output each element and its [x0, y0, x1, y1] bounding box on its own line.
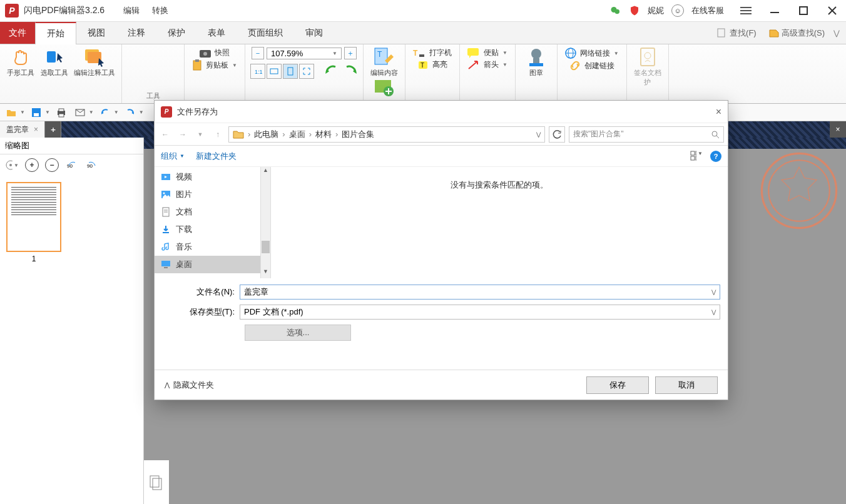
crumb[interactable]: 桌面: [289, 129, 305, 140]
crumb[interactable]: 材料: [315, 129, 332, 140]
tab-close-all-icon[interactable]: ×: [830, 121, 846, 138]
nav-up-icon[interactable]: ↑: [211, 128, 225, 141]
email-icon[interactable]: [73, 106, 88, 119]
tree-videos[interactable]: 视频: [155, 168, 260, 186]
fit-width-icon[interactable]: [267, 64, 282, 79]
menu-hamburger-icon[interactable]: [737, 2, 755, 19]
tree-scrollbar[interactable]: ▲▼: [261, 167, 271, 278]
save-button[interactable]: 保存: [586, 376, 649, 394]
refresh-button[interactable]: [549, 126, 565, 143]
shield-icon[interactable]: [629, 5, 640, 16]
rotate-right-icon[interactable]: 90: [85, 158, 99, 172]
hide-folders-toggle[interactable]: ⋀隐藏文件夹: [165, 380, 214, 391]
thumb-zoom-in-icon[interactable]: +: [25, 158, 39, 172]
undo-icon[interactable]: [324, 63, 340, 79]
svg-line-50: [716, 136, 719, 138]
sticky-note-button[interactable]: 便贴▼: [465, 47, 510, 59]
page-copy-icon[interactable]: [144, 460, 169, 504]
fit-page-icon[interactable]: [283, 64, 298, 79]
open-icon[interactable]: [4, 106, 19, 119]
tab-file[interactable]: 文件: [0, 22, 35, 44]
user-name[interactable]: 妮妮: [648, 5, 664, 16]
print-icon[interactable]: [54, 106, 69, 119]
tree-pictures[interactable]: 图片: [155, 186, 260, 203]
tab-page[interactable]: 页面组织: [237, 22, 294, 44]
add-tab-button[interactable]: ＋: [45, 121, 61, 138]
help-icon[interactable]: ?: [710, 151, 721, 162]
collapse-ribbon-icon[interactable]: ⋁: [833, 29, 840, 38]
filename-input[interactable]: 盖完章⋁: [240, 285, 720, 300]
arrow-button[interactable]: 箭头▼: [465, 59, 510, 71]
create-link-button[interactable]: 创建链接: [567, 59, 617, 72]
tree-downloads[interactable]: 下载: [155, 221, 260, 238]
snapshot-button[interactable]: 快照: [197, 47, 232, 59]
tab-view[interactable]: 视图: [76, 22, 116, 44]
support-link[interactable]: 在线客服: [691, 5, 724, 16]
tree-music[interactable]: 音乐: [155, 238, 260, 256]
menu-convert[interactable]: 转换: [146, 3, 175, 19]
options-button[interactable]: 选项...: [245, 325, 351, 341]
advanced-find-button[interactable]: 高级查找(S): [765, 26, 828, 40]
redo-icon[interactable]: [123, 106, 138, 119]
view-mode-icon[interactable]: ▼: [690, 151, 703, 162]
thumbnail-item[interactable]: 1: [6, 182, 61, 263]
save-icon[interactable]: [29, 106, 44, 119]
tab-annotate[interactable]: 注释: [116, 22, 156, 44]
folder-tree[interactable]: 视频 图片 文档 下载 音乐 桌面: [155, 167, 261, 278]
nav-history-icon[interactable]: ▼: [193, 128, 207, 141]
dialog-close-button[interactable]: ×: [716, 106, 721, 118]
close-button[interactable]: [823, 2, 841, 19]
svg-rect-61: [161, 261, 170, 266]
organize-button[interactable]: 组织▼: [161, 151, 185, 162]
document-tab[interactable]: 盖完章×: [0, 121, 45, 138]
svg-rect-29: [529, 63, 543, 66]
select-tool[interactable]: 选取工具: [39, 47, 70, 78]
web-link-button[interactable]: 网络链接▼: [563, 47, 621, 59]
search-input[interactable]: 搜索"图片合集": [569, 126, 724, 143]
typewriter-button[interactable]: T打字机: [410, 47, 454, 59]
zoom-in-button[interactable]: ＋: [344, 47, 357, 59]
user-avatar-icon[interactable]: ☺: [671, 4, 684, 17]
tab-close-icon[interactable]: ×: [34, 125, 38, 134]
crumb[interactable]: 此电脑: [254, 129, 278, 140]
clipboard-button[interactable]: 剪贴板▼: [190, 59, 240, 71]
nav-forward-icon[interactable]: →: [176, 128, 190, 141]
rotate-left-icon[interactable]: 90: [65, 158, 79, 172]
tab-protect[interactable]: 保护: [156, 22, 196, 44]
breadcrumb[interactable]: › 此电脑› 桌面› 材料› 图片合集 ⋁: [228, 126, 545, 143]
stamp-button[interactable]: 图章: [521, 47, 552, 78]
tab-start[interactable]: 开始: [35, 22, 76, 44]
find-button[interactable]: 查找(F): [713, 26, 760, 40]
cancel-button[interactable]: 取消: [655, 376, 718, 394]
new-folder-button[interactable]: 新建文件夹: [196, 151, 237, 162]
svg-rect-52: [696, 151, 696, 155]
redo-icon[interactable]: [342, 63, 358, 79]
fit-actual-icon[interactable]: 1:1: [250, 64, 265, 79]
nav-back-icon[interactable]: ←: [158, 128, 172, 141]
thumb-settings-icon[interactable]: ▼: [5, 158, 19, 172]
tree-documents[interactable]: 文档: [155, 203, 260, 221]
zoom-combo[interactable]: 107.59%▼: [267, 48, 342, 59]
breadcrumb-dropdown-icon[interactable]: ⋁: [536, 131, 541, 138]
highlight-button[interactable]: T高亮: [415, 59, 450, 71]
svg-rect-6: [718, 29, 725, 37]
edit-content-button[interactable]: T 编辑内容: [369, 47, 400, 78]
ribbon-tab-strip: 文件 开始 视图 注释 保护 表单 页面组织 审阅 查找(F) 高级查找(S) …: [0, 22, 846, 44]
filetype-combo[interactable]: PDF 文档 (*.pdf)⋁: [240, 305, 720, 320]
tab-form[interactable]: 表单: [196, 22, 237, 44]
fit-visible-icon[interactable]: [299, 64, 314, 79]
maximize-button[interactable]: [795, 2, 812, 19]
crumb[interactable]: 图片合集: [342, 129, 374, 140]
edit-annotation-tool[interactable]: 编辑注释工具: [73, 47, 116, 78]
minimize-button[interactable]: [766, 2, 783, 19]
zoom-out-button[interactable]: －: [252, 47, 264, 59]
undo-icon[interactable]: [98, 106, 113, 119]
thumb-zoom-out-icon[interactable]: −: [45, 158, 59, 172]
tab-review[interactable]: 审阅: [294, 22, 334, 44]
sign-document-button: 签名文档: [632, 47, 663, 78]
wechat-icon[interactable]: [610, 5, 621, 16]
menu-edit[interactable]: 编辑: [117, 3, 146, 19]
svg-rect-48: [153, 478, 161, 490]
tree-desktop[interactable]: 桌面: [155, 256, 260, 273]
hand-tool[interactable]: 手形工具: [5, 47, 36, 78]
